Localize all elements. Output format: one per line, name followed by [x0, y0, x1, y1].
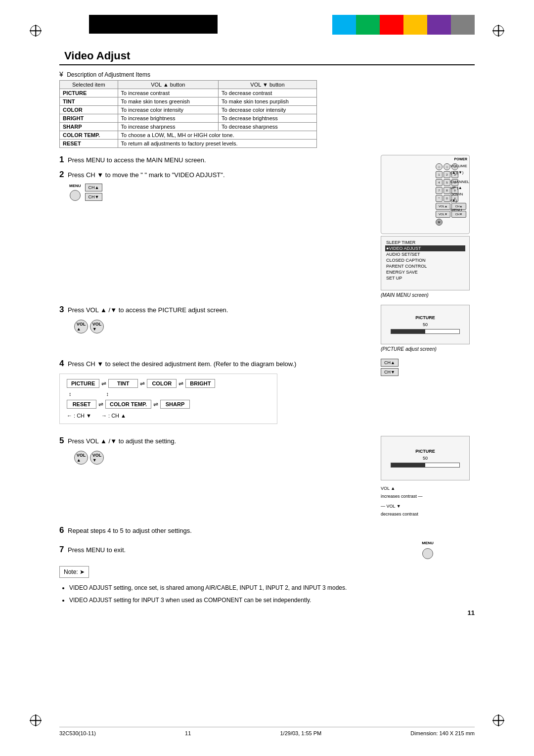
step-6: 6 Repeat steps 4 to 5 to adjust other se… — [59, 525, 475, 536]
step-1-number: 1 — [59, 155, 64, 164]
arrow-2: ⇌ — [140, 380, 145, 387]
doc-code: 32C530(10-11) — [59, 730, 96, 736]
btn-num-2: 2 — [444, 171, 450, 178]
step-5-content: 5 Press VOL ▲ /▼ to adjust the setting. — [59, 436, 371, 447]
btn-num-4: 4 — [436, 179, 443, 186]
diagram-tint: TINT — [108, 379, 138, 388]
step-2-number: 2 — [59, 170, 64, 179]
step-7-number: 7 — [59, 545, 64, 554]
page-title: Video Adjust — [59, 49, 475, 65]
table-header: VOL ▲ button — [118, 81, 219, 89]
step-1: 1 Press MENU to access the MAIN MENU scr… — [59, 155, 371, 166]
table-cell: PICTURE — [60, 89, 118, 97]
table-row: SHARPTo increase sharpnessTo decrease sh… — [60, 123, 317, 131]
step-4-text: 4 Press CH ▼ to select the desired adjus… — [59, 359, 371, 429]
diagram-arrows-down: ↕ ↕ — [69, 391, 270, 397]
step-2-text: Press CH ▼ to move the " " mark to "VIDE… — [68, 171, 224, 179]
arrow-1: ⇌ — [101, 380, 106, 387]
table-cell: To decrease color intensity — [219, 106, 317, 114]
picture-value: 50 — [423, 322, 428, 327]
menu-btn-group: MENU — [69, 184, 81, 201]
adj-header: ¥ Description of Adjustment Items — [59, 70, 475, 78]
channel-up-label: UP (▲ — [450, 185, 469, 191]
black-header-bar — [89, 15, 218, 34]
table-cell: To increase brightness — [118, 114, 219, 123]
channel-down-label: DOWN (▼) — [450, 191, 469, 204]
menu-label-step7: MENU — [422, 541, 434, 545]
step-2: 2 Press CH ▼ to move the " " mark to "VI… — [59, 170, 371, 201]
color-block-item — [427, 15, 451, 35]
diagram-reset: RESET — [67, 400, 96, 409]
steps-1-2-text: 1 Press MENU to access the MAIN MENU scr… — [59, 155, 371, 205]
table-cell: To choose a LOW, ML, MH or HIGH color to… — [118, 131, 316, 140]
table-cell: RESET — [60, 140, 118, 148]
progress-fill — [391, 330, 425, 333]
menu-button-step7 — [422, 548, 433, 559]
step-2-controls: MENU CH▲ CH▼ — [69, 184, 371, 201]
adj-table: Selected itemVOL ▲ buttonVOL ▼ buttonPIC… — [59, 80, 317, 148]
color-block-item — [332, 15, 356, 35]
table-cell: COLOR — [60, 106, 118, 114]
picture-label-2: PICTURE — [415, 449, 435, 454]
vol-descriptions: VOL ▲ increases contrast — — VOL ▼ decre… — [381, 484, 423, 519]
vol-up-btn: VOL▲ — [436, 203, 450, 210]
step-3-number: 3 — [59, 305, 64, 314]
step-4-image: CH▲ CH▼ — [381, 359, 475, 376]
picture-adjust-screen-2: PICTURE 50 — [381, 436, 470, 480]
menu-screen-item: ●VIDEO ADJUST — [385, 245, 465, 251]
yen-symbol: ¥ — [59, 70, 63, 78]
adj-header-text: Description of Adjustment Items — [67, 71, 150, 78]
color-block-item — [451, 15, 475, 35]
picture-adjust-screen: PICTURE 50 — [381, 305, 470, 344]
diagram-picture: PICTURE — [67, 379, 99, 388]
table-cell: To decrease brightness — [219, 114, 317, 123]
menu-side-label: MENU — [450, 207, 469, 214]
table-row: BRIGHTTo increase brightnessTo decrease … — [60, 114, 317, 123]
btn-circle-2: ○ — [444, 163, 450, 170]
table-cell: To decrease sharpness — [219, 123, 317, 131]
step-4: 4 Press CH ▼ to select the desired adjus… — [59, 359, 475, 429]
table-cell: TINT — [60, 97, 118, 106]
menu-btn-remote: M — [436, 219, 443, 226]
step4-cha-button: CH▲ — [381, 359, 399, 367]
remote-side-labels: VOLUME (▲)(▼) CHANNEL UP (▲ DOWN (▼) MEN… — [450, 163, 469, 214]
step-3-text: 3 Press VOL ▲ /▼ to access the PICTURE a… — [59, 305, 371, 337]
main-menu-screen-label: (MAIN MENU screen) — [381, 292, 429, 298]
vol-down-desc: — VOL ▼ — [381, 502, 423, 510]
reg-mark-tl — [30, 25, 42, 37]
table-cell: To make skin tones greenish — [118, 97, 219, 106]
menu-screen-item: ENERGY SAVE — [385, 269, 465, 275]
diagram-color: COLOR — [147, 379, 177, 388]
note-box: Note: ➤ — [59, 566, 89, 578]
diagram-row-1: PICTURE ⇌ TINT ⇌ COLOR ⇌ BRIGHT — [67, 379, 270, 388]
volume-label: VOLUME — [450, 163, 469, 170]
down-arrow-2: ↕ — [106, 391, 109, 397]
remote-power: POWER — [454, 157, 467, 161]
vol-up-step5: VOL▲ — [74, 451, 88, 465]
table-row: TINTTo make skin tones greenishTo make s… — [60, 97, 317, 106]
reg-mark-br — [492, 714, 504, 726]
step-3-content: 3 Press VOL ▲ /▼ to access the PICTURE a… — [59, 305, 371, 316]
ch-right-label: → : CH ▲ — [101, 413, 126, 419]
step-1-2-image: POWER ○ ○ ○ 1 2 3 4 5 6 — [381, 155, 475, 298]
table-row: COLORTo increase color intensityTo decre… — [60, 106, 317, 114]
table-cell: To increase color intensity — [118, 106, 219, 114]
color-block-item — [403, 15, 427, 35]
step-7-image: MENU — [381, 541, 475, 559]
step-1-text: Press MENU to access the MAIN MENU scree… — [68, 156, 206, 164]
picture-value-2: 50 — [423, 456, 428, 461]
progress-fill-2 — [391, 463, 425, 467]
btn-num-7: 7 — [436, 187, 443, 194]
step-4-ch-buttons: CH▲ CH▼ — [381, 359, 399, 376]
btn-num-8: 8 — [444, 187, 450, 194]
ch-left-label: ← : CH ▼ — [67, 413, 91, 419]
vol-down-icon: VOL▼ — [90, 320, 104, 333]
remote-illustration: POWER ○ ○ ○ 1 2 3 4 5 6 — [381, 155, 470, 234]
diagram-bright: BRIGHT — [185, 379, 215, 388]
footer-page-number: 11 — [185, 730, 191, 736]
step-7-para: Press MENU to exit. — [68, 546, 126, 554]
step-4-number: 4 — [59, 359, 64, 368]
step-5-image: PICTURE 50 VOL ▲ increases contrast — — … — [381, 436, 475, 519]
note-bullet-item: VIDEO ADJUST setting for INPUT 3 when us… — [69, 595, 475, 605]
step-5-para: Press VOL ▲ /▼ to adjust the setting. — [68, 437, 176, 445]
